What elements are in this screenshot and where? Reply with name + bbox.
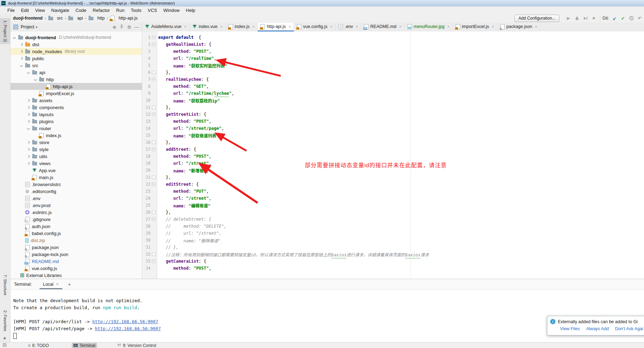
editor-tab[interactable]: JSvue.config.js×	[294, 23, 336, 31]
menu-item-code[interactable]: Code	[72, 8, 90, 13]
menu-item-window[interactable]: Window	[160, 8, 183, 13]
fold-marker[interactable]	[150, 141, 157, 144]
tree-row[interactable]: .env	[10, 195, 142, 202]
tree-row[interactable]: ⚙.editorconfig	[10, 188, 142, 195]
chevron-right-icon[interactable]	[27, 120, 30, 123]
chevron-down-icon[interactable]	[34, 78, 37, 81]
tree-row[interactable]: plugins	[10, 118, 142, 125]
tree-row[interactable]: views	[10, 160, 142, 167]
tree-row[interactable]: public	[10, 55, 142, 62]
fold-marker[interactable]	[150, 176, 157, 179]
fold-marker[interactable]	[150, 71, 157, 74]
editor-tab[interactable]: JSimportExcel.js×	[453, 23, 497, 31]
fold-marker[interactable]	[150, 253, 157, 256]
menu-item-vcs[interactable]: VCS	[145, 8, 160, 13]
chevron-right-icon[interactable]	[20, 43, 23, 46]
tree-row[interactable]: {}package-lock.json	[10, 251, 142, 258]
editor-tab[interactable]: menuRouter.jpg×	[405, 23, 453, 31]
chevron-down-icon[interactable]	[27, 127, 30, 130]
run-icon[interactable]: ▶	[564, 16, 573, 21]
tree-row[interactable]: dist.zip	[10, 237, 142, 244]
fold-marker[interactable]	[150, 36, 157, 39]
tree-row[interactable]: style	[10, 146, 142, 153]
statusbar-item-vcs[interactable]: 9: Version Control	[115, 343, 158, 348]
tree-row[interactable]: MDREADME.md	[10, 258, 142, 265]
breadcrumb-item[interactable]: JShttp-api.js	[110, 16, 138, 21]
breadcrumb-item[interactable]: http	[89, 16, 105, 21]
terminal-link[interactable]: http://192.168.66.56:9007	[95, 326, 161, 331]
project-panel-title[interactable]: Project	[21, 24, 34, 29]
tree-row[interactable]: router	[10, 125, 142, 132]
code-editor[interactable]: 1export default {2 getRealTimeList: {3 m…	[142, 31, 644, 279]
close-icon[interactable]: ×	[535, 24, 537, 29]
terminal-tab-local[interactable]: Local ✕	[42, 279, 60, 289]
tree-row[interactable]: node_moduleslibrary root	[10, 48, 142, 55]
close-icon[interactable]: ×	[492, 24, 494, 29]
tree-row[interactable]: .env.prod	[10, 202, 142, 209]
breadcrumb-item[interactable]: api	[68, 16, 83, 21]
breadcrumb-item[interactable]: src	[48, 16, 63, 21]
tree-row[interactable]: duoji-frontendD:\zheheWeb\duoji-frontend	[10, 34, 142, 41]
close-icon[interactable]: ×	[399, 24, 401, 29]
chevron-right-icon[interactable]	[27, 99, 30, 102]
tree-row[interactable]: store	[10, 139, 142, 146]
rollback-icon[interactable]: ↶	[636, 16, 644, 21]
chevron-down-icon[interactable]	[13, 36, 16, 39]
tree-row[interactable]: .browserslistrc	[10, 181, 142, 188]
fold-marker[interactable]	[150, 218, 157, 221]
chevron-right-icon[interactable]	[27, 162, 30, 165]
editor-tab[interactable]: JShttp-api.js×	[258, 23, 294, 31]
editor-tab[interactable]: index.vue×	[190, 23, 226, 31]
hide-panel-icon[interactable]: —	[134, 24, 139, 30]
git-commit-icon[interactable]: ✔	[619, 16, 627, 21]
chevron-down-icon[interactable]: ▾	[36, 25, 37, 29]
locate-file-icon[interactable]: ⊕	[112, 24, 116, 30]
notification-link[interactable]: Always Add	[586, 326, 609, 331]
close-icon[interactable]: ×	[184, 24, 186, 29]
git-update-icon[interactable]: ↙	[610, 16, 619, 21]
tree-row[interactable]: JSbabel.config.js	[10, 230, 142, 237]
tree-row[interactable]: components	[10, 104, 142, 111]
tree-row[interactable]: api	[10, 69, 142, 76]
editor-tab[interactable]: MDREADME.md×	[361, 23, 405, 31]
tree-row[interactable]: JSmain.js	[10, 174, 142, 181]
tree-row[interactable]: .gitignore	[10, 216, 142, 223]
new-terminal-icon[interactable]: +	[68, 281, 71, 287]
status-grid-icon[interactable]	[3, 343, 7, 347]
chevron-right-icon[interactable]	[20, 57, 23, 60]
tree-row[interactable]: .eslintrc.js	[10, 209, 142, 216]
tree-row[interactable]: http	[10, 76, 142, 83]
debug-icon[interactable]	[573, 16, 581, 21]
chevron-down-icon[interactable]	[20, 64, 23, 67]
tree-row[interactable]: src	[10, 62, 142, 69]
menu-item-help[interactable]: Help	[183, 8, 198, 13]
chevron-right-icon[interactable]	[27, 113, 30, 116]
tree-row[interactable]: {}auth.json	[10, 223, 142, 230]
tree-row[interactable]: External Libraries	[10, 272, 142, 279]
favorites-star-icon[interactable]: ★	[3, 336, 7, 341]
stripe-tab-project[interactable]: 1: Project	[0, 18, 10, 44]
menu-item-view[interactable]: View	[32, 8, 48, 13]
editor-tab[interactable]: {}package.json×	[497, 23, 540, 31]
menu-item-run[interactable]: Run	[113, 8, 128, 13]
add-configuration-button[interactable]: Add Configuration...	[514, 15, 559, 22]
stripe-tab-structure[interactable]: 7: Structure	[0, 275, 10, 295]
editor-tab[interactable]: JSindex.js×	[226, 23, 258, 31]
tree-row[interactable]: {}package.json	[10, 244, 142, 251]
statusbar-item-todo[interactable]: ≡6: TODO	[26, 343, 51, 348]
fold-marker[interactable]	[150, 43, 157, 46]
tree-row[interactable]: JSimportExcel.js	[10, 90, 142, 97]
history-clock-icon[interactable]	[627, 16, 636, 21]
notification-link[interactable]: View Files	[560, 326, 580, 331]
close-icon[interactable]: ×	[220, 24, 222, 29]
menu-item-edit[interactable]: Edit	[18, 8, 32, 13]
tree-row[interactable]: JSvue.config.js	[10, 265, 142, 272]
fold-marker[interactable]	[150, 106, 157, 109]
tree-row[interactable]: App.vue	[10, 167, 142, 174]
tree-row[interactable]: assets	[10, 97, 142, 104]
fold-marker[interactable]	[150, 260, 157, 263]
notification-link[interactable]: Don't Ask Agai	[615, 326, 643, 331]
fold-marker[interactable]	[150, 113, 157, 116]
menu-item-refactor[interactable]: Refactor	[90, 8, 113, 13]
statusbar-item-terminal[interactable]: >Terminal	[72, 343, 97, 348]
